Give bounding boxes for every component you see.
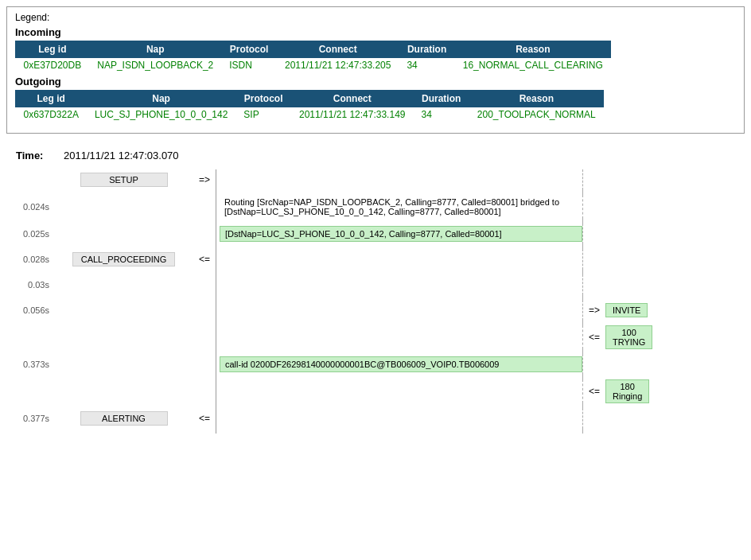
spacer-row (8, 429, 743, 434)
incoming-col-protocol: Protocol (221, 41, 277, 58)
right-message-box: 100 TRYING (605, 325, 652, 349)
left-arrow (193, 195, 216, 219)
right-arrow: => (583, 300, 605, 321)
right-message-cell (605, 169, 685, 190)
left-message-cell (54, 274, 193, 295)
left-arrow (193, 274, 216, 295)
timestamp-cell: 0.373s (8, 354, 54, 375)
right-message-cell (605, 354, 685, 375)
incoming-col-legid: Leg id (16, 41, 90, 58)
right-message-cell: 180 Ringing (605, 379, 685, 403)
left-arrow: <= (193, 408, 216, 429)
timestamp-cell: 0.377s (8, 408, 54, 429)
outgoing-col-nap: Nap (87, 91, 235, 107)
incoming-title: Incoming (15, 26, 736, 38)
table-row: 0x637D322ALUC_SJ_PHONE_10_0_0_142SIP2011… (16, 107, 604, 122)
center-cell (216, 169, 582, 190)
left-message-cell (54, 195, 193, 219)
center-content: call-id 0200DF26298140000000001BC@TB0060… (220, 356, 582, 372)
diagram: SETUP=>0.024sRouting [SrcNap=NAP_ISDN_LO… (8, 169, 743, 434)
center-cell (216, 300, 582, 321)
left-message-cell (54, 325, 193, 349)
timestamp-cell: 0.024s (8, 195, 54, 219)
left-arrow (193, 300, 216, 321)
right-message-box: INVITE (605, 303, 648, 317)
left-arrow: <= (193, 249, 216, 270)
diagram-row: SETUP=> (8, 169, 743, 190)
outgoing-col-duration: Duration (413, 91, 469, 107)
right-message-cell (605, 195, 685, 219)
center-cell: call-id 0200DF26298140000000001BC@TB0060… (216, 354, 582, 375)
left-arrow (193, 325, 216, 349)
incoming-col-duration: Duration (399, 41, 454, 58)
diagram-row: 0.028sCALL_PROCEEDING<= (8, 249, 743, 270)
right-arrow (583, 249, 605, 270)
message-box: CALL_PROCEEDING (72, 252, 176, 266)
left-message-cell: ALERTING (54, 408, 193, 429)
center-cell: Routing [SrcNap=NAP_ISDN_LOOPBACK_2, Cal… (216, 195, 582, 219)
diagram-row: 0.03s (8, 274, 743, 295)
outgoing-col-connect: Connect (291, 91, 413, 107)
left-message-cell (54, 224, 193, 244)
right-arrow (583, 408, 605, 429)
left-message-cell (54, 300, 193, 321)
diagram-row: <=100 TRYING (8, 325, 743, 349)
center-cell (216, 274, 582, 295)
left-message-cell: SETUP (54, 169, 193, 190)
center-cell (216, 325, 582, 349)
outgoing-col-reason: Reason (469, 91, 604, 107)
timestamp-cell (8, 169, 54, 190)
left-arrow (193, 354, 216, 375)
right-arrow (583, 224, 605, 244)
right-message-cell (605, 408, 685, 429)
timestamp-cell: 0.028s (8, 249, 54, 270)
center-content: Routing [SrcNap=NAP_ISDN_LOOPBACK_2, Cal… (220, 195, 564, 219)
incoming-col-reason: Reason (455, 41, 611, 58)
diagram-row: <=180 Ringing (8, 379, 743, 403)
right-message-box: 180 Ringing (605, 379, 649, 403)
legend-label: Legend: (15, 12, 49, 23)
timestamp-cell (8, 325, 54, 349)
right-message-cell: INVITE (605, 300, 685, 321)
incoming-table: Leg id Nap Protocol Connect Duration Rea… (15, 41, 611, 72)
right-arrow (583, 274, 605, 295)
legend-box: Legend: Incoming Leg id Nap Protocol Con… (6, 6, 745, 134)
right-message-cell (605, 249, 685, 270)
center-cell: [DstNap=LUC_SJ_PHONE_10_0_0_142, Calling… (216, 224, 582, 244)
right-arrow: <= (583, 379, 605, 403)
left-arrow: => (193, 169, 216, 190)
center-cell (216, 379, 582, 403)
diagram-row: 0.377sALERTING<= (8, 408, 743, 429)
left-arrow (193, 224, 216, 244)
incoming-col-nap: Nap (89, 41, 221, 58)
right-message-cell: 100 TRYING (605, 325, 685, 349)
right-arrow: <= (583, 325, 605, 349)
timestamp-cell: 0.03s (8, 274, 54, 295)
outgoing-title: Outgoing (15, 76, 736, 88)
right-arrow (583, 195, 605, 219)
left-message-cell: CALL_PROCEEDING (54, 249, 193, 270)
table-row: 0xE37D20DBNAP_ISDN_LOOPBACK_2ISDN2011/11… (16, 58, 611, 73)
right-arrow (583, 169, 605, 190)
diagram-row: 0.025s[DstNap=LUC_SJ_PHONE_10_0_0_142, C… (8, 224, 743, 244)
center-cell (216, 408, 582, 429)
diagram-row: 0.056s=>INVITE (8, 300, 743, 321)
right-arrow (583, 354, 605, 375)
left-message-cell (54, 379, 193, 403)
right-message-cell (605, 224, 685, 244)
center-content: [DstNap=LUC_SJ_PHONE_10_0_0_142, Calling… (220, 226, 582, 242)
timestamp-cell (8, 379, 54, 403)
message-box: SETUP (80, 173, 168, 187)
time-section: Time: 2011/11/21 12:47:03.070 (16, 150, 751, 161)
incoming-col-connect: Connect (277, 41, 399, 58)
diagram-row: 0.373scall-id 0200DF26298140000000001BC@… (8, 354, 743, 375)
outgoing-table: Leg id Nap Protocol Connect Duration Rea… (15, 90, 604, 122)
left-message-cell (54, 354, 193, 375)
outgoing-col-protocol: Protocol (235, 91, 291, 107)
left-arrow (193, 379, 216, 403)
timestamp-cell: 0.056s (8, 300, 54, 321)
message-box: ALERTING (80, 411, 168, 426)
right-message-cell (605, 274, 685, 295)
outgoing-col-legid: Leg id (16, 91, 87, 107)
time-value: 2011/11/21 12:47:03.070 (64, 150, 179, 161)
